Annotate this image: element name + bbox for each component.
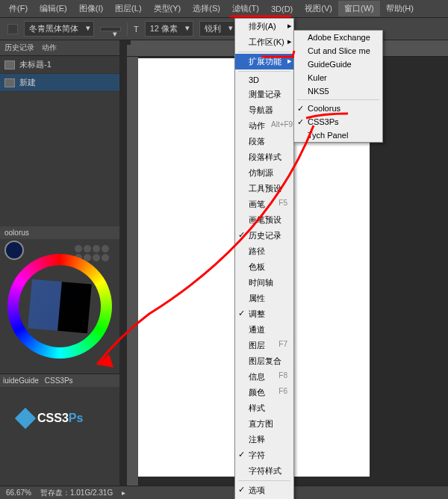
submenu-item[interactable]: GuideGuide: [294, 58, 382, 71]
history-list: 未标题-1 新建: [0, 56, 119, 92]
history-panel-tabs: 历史记录 动作: [0, 40, 119, 56]
menu-item[interactable]: 注释: [235, 432, 293, 447]
submenu-item[interactable]: ✓Coolorus: [294, 102, 382, 115]
tab-guideguide[interactable]: iuideGuide: [3, 376, 39, 385]
hue-wheel[interactable]: [7, 254, 112, 359]
menu-item[interactable]: 样式: [235, 400, 293, 416]
menu-图像(I)[interactable]: 图像(I): [73, 1, 109, 16]
color-wheel-area: [0, 239, 119, 374]
status-bar: 66.67% 暂存盘：1.01G/2.31G ▸: [0, 486, 448, 499]
menu-item[interactable]: ✓调整: [235, 306, 293, 322]
divider: [127, 22, 128, 36]
menu-item[interactable]: 动作Alt+F9: [235, 118, 293, 134]
menu-item[interactable]: 3D: [235, 73, 293, 87]
menu-窗口(W)[interactable]: 窗口(W): [338, 1, 380, 16]
menu-视图(V)[interactable]: 视图(V): [299, 1, 338, 16]
menu-item[interactable]: 段落: [235, 134, 293, 149]
menu-件(F)[interactable]: 件(F): [3, 1, 34, 16]
menu-item[interactable]: 字符样式: [235, 463, 293, 479]
coolorus-panel: oolorus iuideGuide CSS3Ps CSS3Ps: [0, 226, 119, 387]
tab-css3ps[interactable]: CSS3Ps: [45, 376, 73, 385]
cube-icon: [15, 408, 36, 429]
menu-item[interactable]: 信息F8: [235, 369, 293, 385]
menu-item[interactable]: 属性: [235, 291, 293, 306]
menu-3D(D)[interactable]: 3D(D): [265, 2, 299, 16]
menu-item[interactable]: 路径: [235, 244, 293, 259]
separator: [238, 71, 290, 72]
menu-选择(S)[interactable]: 选择(S): [187, 1, 226, 16]
menu-item[interactable]: 色板: [235, 259, 293, 275]
ruler-vertical: [127, 57, 139, 486]
coolorus-tab[interactable]: oolorus: [0, 226, 119, 239]
separator: [238, 480, 290, 481]
menu-item[interactable]: 导航器: [235, 102, 293, 118]
new-icon: [4, 78, 15, 87]
font-size-select[interactable]: 12 像素: [145, 21, 193, 37]
menu-item[interactable]: 段落样式: [235, 149, 293, 165]
separator: [297, 99, 379, 100]
submenu-item[interactable]: ✓CSS3Ps: [294, 115, 382, 128]
menu-item[interactable]: 颜色F6: [235, 385, 293, 400]
menu-item[interactable]: 画笔F5: [235, 196, 293, 212]
extensions-submenu[interactable]: Adobe ExchangeCut and Slice meGuideGuide…: [293, 30, 383, 143]
tab-history[interactable]: 历史记录: [4, 43, 34, 53]
font-style-select[interactable]: [100, 27, 121, 31]
submenu-item[interactable]: NKS5: [294, 84, 382, 98]
menu-图层(L)[interactable]: 图层(L): [109, 1, 147, 16]
left-panel-column: 历史记录 动作 未标题-1 新建 oolorus iuideGuide CSS3…: [0, 40, 119, 486]
menu-帮助(H)[interactable]: 帮助(H): [380, 1, 420, 16]
document-icon: [4, 61, 15, 69]
menu-item[interactable]: 测量记录: [235, 87, 293, 102]
font-family-select[interactable]: 冬青黑体简体: [24, 21, 94, 37]
menu-item[interactable]: 图层F7: [235, 338, 293, 353]
submenu-item[interactable]: Cut and Slice me: [294, 44, 382, 58]
scratch-disk-info: 暂存盘：1.01G/2.31G: [40, 488, 113, 498]
menu-item[interactable]: 画笔预设: [235, 212, 293, 228]
menu-类型(Y)[interactable]: 类型(Y): [148, 1, 187, 16]
menu-item[interactable]: ✓选项: [235, 483, 293, 498]
menubar: 件(F)编辑(E)图像(I)图层(L)类型(Y)选择(S)滤镜(T)3D(D)视…: [0, 0, 448, 18]
window-menu-dropdown[interactable]: 排列(A)▸工作区(K)▸扩展功能▸3D测量记录导航器动作Alt+F9段落段落样…: [234, 18, 294, 499]
separator: [238, 52, 290, 52]
menu-item[interactable]: 通道: [235, 322, 293, 338]
text-tool-icon[interactable]: [7, 24, 18, 34]
menu-item[interactable]: 时间轴: [235, 275, 293, 291]
menu-item[interactable]: ✓历史记录: [235, 228, 293, 244]
submenu-item[interactable]: Kuler: [294, 71, 382, 84]
menu-item[interactable]: 工作区(K)▸: [235, 34, 293, 50]
tab-actions[interactable]: 动作: [42, 43, 57, 53]
antialias-select[interactable]: 锐利: [199, 21, 237, 37]
css3ps-logo: CSS3Ps: [18, 411, 83, 426]
history-item[interactable]: 新建: [0, 74, 119, 92]
menu-编辑(E)[interactable]: 编辑(E): [34, 1, 73, 16]
menu-item[interactable]: 工具预设: [235, 181, 293, 196]
menu-item[interactable]: 排列(A)▸: [235, 19, 293, 34]
menu-item[interactable]: 直方图: [235, 416, 293, 432]
bottom-panel-tabs: iuideGuide CSS3Ps: [0, 374, 119, 387]
chevron-right-icon[interactable]: ▸: [122, 489, 125, 497]
zoom-level[interactable]: 66.67%: [6, 489, 31, 497]
font-size-label: T: [134, 25, 139, 34]
foreground-swatch[interactable]: [4, 241, 24, 260]
menu-滤镜(T)[interactable]: 滤镜(T): [226, 1, 265, 16]
sat-val-triangle[interactable]: [28, 279, 91, 334]
menu-item[interactable]: 仿制源: [235, 165, 293, 181]
submenu-item[interactable]: Tych Panel: [294, 128, 382, 142]
submenu-item[interactable]: Adobe Exchange: [294, 31, 382, 44]
menu-item[interactable]: 扩展功能▸: [235, 54, 293, 69]
menu-item[interactable]: 图层复合: [235, 353, 293, 369]
history-item[interactable]: 未标题-1: [0, 56, 119, 74]
menu-item[interactable]: ✓字符: [235, 447, 293, 463]
